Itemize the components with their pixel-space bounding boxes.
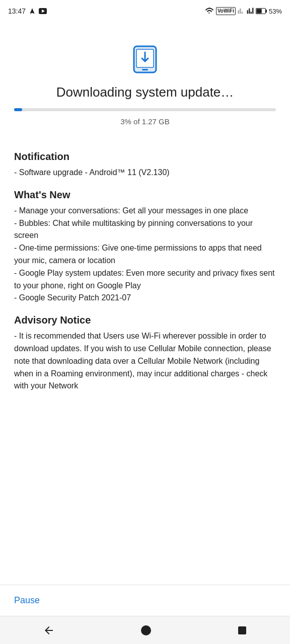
sections: Notification - Software upgrade - Androi…	[14, 141, 276, 392]
whats-new-body: - Manage your conversations: Get all you…	[14, 205, 276, 304]
status-bar: 13:47 VoWiFi 53%	[0, 0, 290, 20]
pause-area: Pause	[0, 585, 290, 616]
wifi-icon	[205, 8, 214, 15]
pause-button[interactable]: Pause	[14, 593, 40, 608]
youtube-icon	[39, 8, 47, 14]
svg-rect-10	[238, 626, 246, 634]
svg-point-9	[141, 625, 151, 635]
notification-section: Notification - Software upgrade - Androi…	[14, 151, 276, 179]
signal-icon-1	[238, 8, 245, 15]
advisory-title: Advisory Notice	[14, 314, 276, 326]
main-content: Downloading system update… 3% of 1.27 GB…	[0, 20, 290, 585]
notification-title: Notification	[14, 151, 276, 163]
back-icon	[43, 624, 55, 636]
home-button[interactable]	[128, 621, 164, 640]
whats-new-section: What's New - Manage your conversations: …	[14, 189, 276, 304]
update-title: Downloading system update…	[56, 85, 234, 100]
progress-text: 3% of 1.27 GB	[120, 117, 170, 126]
battery-percent: 53%	[269, 8, 282, 15]
nav-bar	[0, 616, 290, 644]
svg-rect-8	[142, 69, 148, 70]
signal-icon-2	[247, 8, 254, 15]
progress-bar-fill	[14, 108, 22, 111]
recents-button[interactable]	[225, 621, 259, 639]
recents-icon	[237, 625, 247, 635]
progress-bar-container	[14, 108, 276, 111]
battery-icon	[256, 8, 267, 15]
vowifi-badge: VoWiFi	[216, 7, 236, 15]
time: 13:47	[8, 7, 26, 15]
status-left: 13:47	[8, 7, 47, 15]
whats-new-title: What's New	[14, 189, 276, 201]
download-phone-icon	[131, 45, 159, 73]
home-icon	[140, 625, 152, 636]
update-icon-wrap	[131, 45, 159, 75]
advisory-section: Advisory Notice - It is recommended that…	[14, 314, 276, 392]
navigation-icon	[29, 8, 36, 15]
notification-body: - Software upgrade - Android™ 11 (V2.130…	[14, 167, 276, 179]
advisory-body: - It is recommended that Users use Wi-Fi…	[14, 330, 276, 392]
svg-rect-3	[266, 10, 267, 13]
svg-rect-4	[256, 9, 261, 14]
back-button[interactable]	[31, 620, 67, 640]
status-right: VoWiFi 53%	[205, 7, 282, 15]
